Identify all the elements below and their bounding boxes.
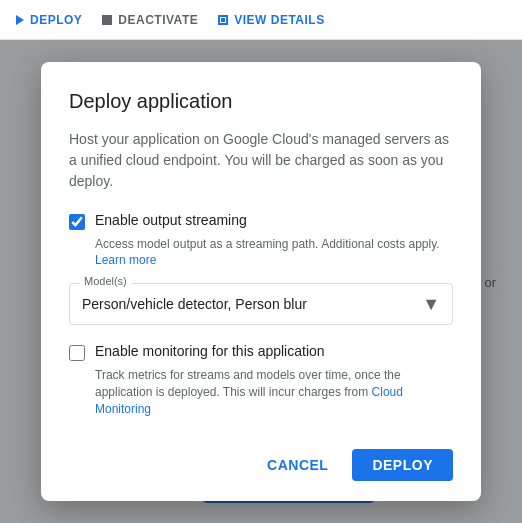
streaming-checkbox-label: Enable output streaming (95, 212, 247, 228)
deactivate-icon (102, 15, 112, 25)
toolbar-deactivate-label: DEACTIVATE (118, 13, 198, 27)
monitoring-checkbox-label: Enable monitoring for this application (95, 343, 325, 359)
model-select[interactable]: Person/vehicle detector, Person blurPers… (70, 284, 452, 324)
streaming-checkbox-row: Enable output streaming (69, 212, 453, 230)
viewdetails-icon (218, 15, 228, 25)
toolbar-deploy[interactable]: DEPLOY (16, 13, 82, 27)
streaming-sublabel-text: Access model output as a streaming path.… (95, 237, 440, 251)
dialog-footer: CANCEL DEPLOY (69, 437, 453, 481)
model-select-fieldset-label: Model(s) (80, 275, 131, 287)
toolbar-view-details-label: VIEW DETAILS (234, 13, 324, 27)
toolbar-deactivate[interactable]: DEACTIVATE (102, 13, 198, 27)
dialog-overlay: Deploy application Host your application… (0, 40, 522, 523)
model-select-wrapper: Model(s) Person/vehicle detector, Person… (69, 283, 453, 325)
cancel-button[interactable]: CANCEL (251, 449, 344, 481)
deploy-button[interactable]: DEPLOY (352, 449, 453, 481)
toolbar-view-details[interactable]: VIEW DETAILS (218, 13, 324, 27)
streaming-checkbox[interactable] (69, 214, 85, 230)
learn-more-link[interactable]: Learn more (95, 253, 156, 267)
toolbar-deploy-label: DEPLOY (30, 13, 82, 27)
streaming-sublabel: Access model output as a streaming path.… (95, 236, 453, 270)
monitoring-sublabel: Track metrics for streams and models ove… (95, 367, 453, 417)
monitoring-checkbox[interactable] (69, 345, 85, 361)
deploy-icon (16, 15, 24, 25)
dialog-title: Deploy application (69, 90, 453, 113)
dialog-description: Host your application on Google Cloud's … (69, 129, 453, 192)
toolbar: DEPLOY DEACTIVATE VIEW DETAILS (0, 0, 522, 40)
monitoring-checkbox-row: Enable monitoring for this application (69, 343, 453, 361)
monitoring-sublabel-text: Track metrics for streams and models ove… (95, 368, 401, 399)
deploy-dialog: Deploy application Host your application… (41, 62, 481, 502)
